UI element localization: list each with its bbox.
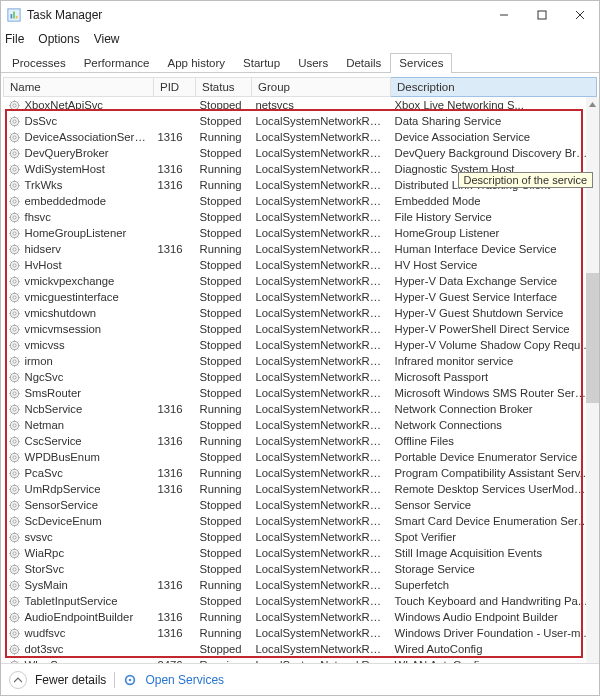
service-status: Stopped <box>196 529 252 545</box>
open-services-link[interactable]: Open Services <box>145 673 224 687</box>
column-pid[interactable]: PID <box>154 78 196 97</box>
service-row[interactable]: WiaRpcStoppedLocalSystemNetworkRestricte… <box>4 545 597 561</box>
service-row[interactable]: XboxNetApiSvcStoppednetsvcsXbox Live Net… <box>4 97 597 114</box>
services-table: Name PID Status Group Description XboxNe… <box>3 77 597 663</box>
minimize-button[interactable] <box>485 1 523 29</box>
service-name: wudfsvc <box>4 625 154 641</box>
service-row[interactable]: vmicshutdownStoppedLocalSystemNetworkRes… <box>4 305 597 321</box>
service-status: Stopped <box>196 225 252 241</box>
svg-line-336 <box>17 613 18 614</box>
fewer-details-link[interactable]: Fewer details <box>35 673 106 687</box>
service-status: Running <box>196 657 252 663</box>
service-row[interactable]: NcbService1316RunningLocalSystemNetworkR… <box>4 401 597 417</box>
svg-point-129 <box>12 295 15 298</box>
service-row[interactable]: WPDBusEnumStoppedLocalSystemNetworkRestr… <box>4 449 597 465</box>
service-description: Remote Desktop Services UserMode ... <box>391 481 597 497</box>
service-row[interactable]: vmickvpexchangeStoppedLocalSystemNetwork… <box>4 273 597 289</box>
service-name: WPDBusEnum <box>4 449 154 465</box>
service-row[interactable]: WlanSvc2476RunningLocalSystemNetworkRest… <box>4 657 597 663</box>
service-row[interactable]: HvHostStoppedLocalSystemNetworkRestricte… <box>4 257 597 273</box>
svg-point-169 <box>12 359 15 362</box>
service-row[interactable]: irmonStoppedLocalSystemNetworkRestricted… <box>4 353 597 369</box>
service-row[interactable]: vmicguestinterfaceStoppedLocalSystemNetw… <box>4 289 597 305</box>
close-button[interactable] <box>561 1 599 29</box>
service-group: LocalSystemNetworkRestricted <box>252 481 391 497</box>
service-status: Stopped <box>196 417 252 433</box>
service-row[interactable]: DsSvcStoppedLocalSystemNetworkRestricted… <box>4 113 597 129</box>
service-row[interactable]: SysMain1316RunningLocalSystemNetworkRest… <box>4 577 597 593</box>
service-row[interactable]: vmicvmsessionStoppedLocalSystemNetworkRe… <box>4 321 597 337</box>
service-row[interactable]: ScDeviceEnumStoppedLocalSystemNetworkRes… <box>4 513 597 529</box>
service-row[interactable]: svsvcStoppedLocalSystemNetworkRestricted… <box>4 529 597 545</box>
tab-app-history[interactable]: App history <box>159 53 235 73</box>
service-description: Superfetch <box>391 577 597 593</box>
maximize-button[interactable] <box>523 1 561 29</box>
column-description[interactable]: Description <box>391 78 597 97</box>
service-pid <box>154 289 196 305</box>
service-row[interactable]: HomeGroupListenerStoppedLocalSystemNetwo… <box>4 225 597 241</box>
service-row[interactable]: embeddedmodeStoppedLocalSystemNetworkRes… <box>4 193 597 209</box>
service-row[interactable]: SensorServiceStoppedLocalSystemNetworkRe… <box>4 497 597 513</box>
menu-view[interactable]: View <box>94 32 120 46</box>
service-row[interactable]: wudfsvc1316RunningLocalSystemNetworkRest… <box>4 625 597 641</box>
service-row[interactable]: NgcSvcStoppedLocalSystemNetworkRestricte… <box>4 369 597 385</box>
service-row[interactable]: CscService1316RunningLocalSystemNetworkR… <box>4 433 597 449</box>
service-row[interactable]: UmRdpService1316RunningLocalSystemNetwor… <box>4 481 597 497</box>
service-row[interactable]: DevQueryBrokerStoppedLocalSystemNetworkR… <box>4 145 597 161</box>
service-row[interactable]: StorSvcStoppedLocalSystemNetworkRestrict… <box>4 561 597 577</box>
service-pid <box>154 593 196 609</box>
svg-line-346 <box>17 629 18 630</box>
svg-point-79 <box>12 215 15 218</box>
service-row[interactable]: SmsRouterStoppedLocalSystemNetworkRestri… <box>4 385 597 401</box>
svg-line-137 <box>10 300 11 301</box>
service-name: PcaSvc <box>4 465 154 481</box>
svg-line-264 <box>10 501 11 502</box>
column-name[interactable]: Name <box>4 78 154 97</box>
svg-line-124 <box>10 277 11 278</box>
svg-line-355 <box>17 652 18 653</box>
svg-line-115 <box>17 268 18 269</box>
service-status: Stopped <box>196 289 252 305</box>
service-row[interactable]: AudioEndpointBuilder1316RunningLocalSyst… <box>4 609 597 625</box>
tab-performance[interactable]: Performance <box>75 53 159 73</box>
service-row[interactable]: TabletInputServiceStoppedLocalSystemNetw… <box>4 593 597 609</box>
tab-users[interactable]: Users <box>289 53 337 73</box>
column-status[interactable]: Status <box>196 78 252 97</box>
service-row[interactable]: dot3svcStoppedLocalSystemNetworkRestrict… <box>4 641 597 657</box>
service-row[interactable]: NetmanStoppedLocalSystemNetworkRestricte… <box>4 417 597 433</box>
chevron-up-icon[interactable] <box>9 671 27 689</box>
service-row[interactable]: hidserv1316RunningLocalSystemNetworkRest… <box>4 241 597 257</box>
service-description: Wired AutoConfig <box>391 641 597 657</box>
service-description: Windows Audio Endpoint Builder <box>391 609 597 625</box>
service-pid: 1316 <box>154 401 196 417</box>
svg-line-114 <box>10 261 11 262</box>
svg-line-205 <box>17 412 18 413</box>
svg-line-276 <box>17 517 18 518</box>
service-row[interactable]: DeviceAssociationService1316RunningLocal… <box>4 129 597 145</box>
menu-file[interactable]: File <box>5 32 24 46</box>
service-row[interactable]: fhsvcStoppedLocalSystemNetworkRestricted… <box>4 209 597 225</box>
column-group[interactable]: Group <box>252 78 391 97</box>
service-status: Running <box>196 433 252 449</box>
svg-line-26 <box>17 117 18 118</box>
service-row[interactable]: PcaSvc1316RunningLocalSystemNetworkRestr… <box>4 465 597 481</box>
titlebar[interactable]: Task Manager <box>1 1 599 29</box>
scroll-up-icon[interactable] <box>586 97 599 111</box>
tab-details[interactable]: Details <box>337 53 390 73</box>
service-row[interactable]: vmicvssStoppedLocalSystemNetworkRestrict… <box>4 337 597 353</box>
svg-line-17 <box>10 108 11 109</box>
service-description: Network Connections <box>391 417 597 433</box>
tab-startup[interactable]: Startup <box>234 53 289 73</box>
svg-line-347 <box>10 636 11 637</box>
svg-line-237 <box>10 460 11 461</box>
scrollbar-thumb[interactable] <box>586 273 599 403</box>
tab-services[interactable]: Services <box>390 53 452 73</box>
tab-processes[interactable]: Processes <box>3 53 75 73</box>
svg-line-125 <box>17 284 18 285</box>
svg-point-349 <box>12 647 15 650</box>
service-pid <box>154 225 196 241</box>
services-icon <box>123 673 137 687</box>
service-description: Offline Files <box>391 433 597 449</box>
service-name: WdiSystemHost <box>4 161 154 177</box>
menu-options[interactable]: Options <box>38 32 79 46</box>
